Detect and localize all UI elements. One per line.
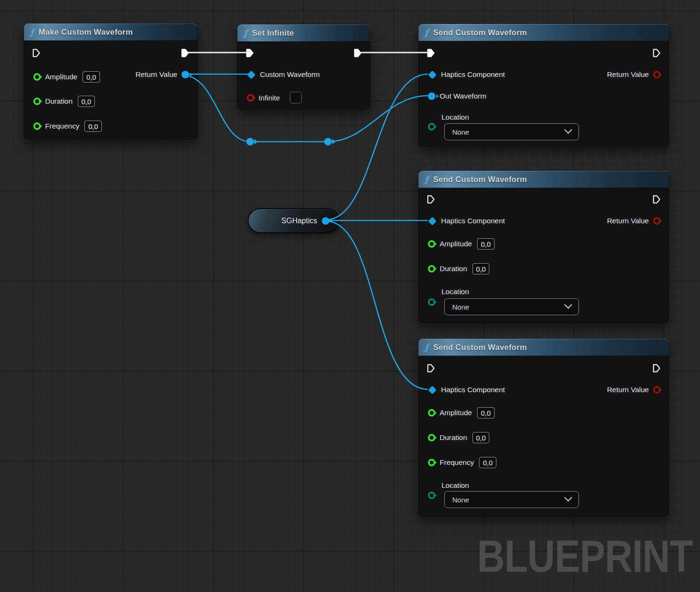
pin-label: Duration — [440, 433, 467, 442]
haptics-component-pin[interactable] — [428, 386, 436, 394]
return-value-pin[interactable] — [653, 217, 661, 225]
location-dropdown[interactable]: None — [444, 491, 579, 508]
location-pin-row — [428, 492, 435, 499]
exec-in-pin[interactable] — [246, 48, 254, 58]
amplitude-pin[interactable] — [33, 73, 41, 81]
exec-in-pin[interactable] — [427, 364, 435, 373]
pin-label: Haptics Component — [441, 386, 505, 394]
location-pin-row — [428, 123, 435, 130]
location-label: Location — [441, 113, 469, 121]
pin-label: Frequency — [440, 458, 474, 467]
node-set-infinite[interactable]: ƒ Set Infinite Custom Waveform Infinite — [237, 24, 371, 110]
input-row: Amplitude 0,0 — [428, 238, 495, 250]
node-make-custom-waveform[interactable]: ƒ Make Custom Waveform Amplitude 0,0 Dur… — [23, 23, 198, 140]
pin-label: Return Value — [607, 217, 649, 225]
exec-out-row — [354, 48, 362, 58]
input-row: Amplitude 0,0 — [33, 71, 100, 83]
function-icon: ƒ — [425, 342, 428, 352]
exec-in-pin[interactable] — [32, 48, 40, 58]
location-pin[interactable] — [428, 298, 435, 306]
node-header[interactable]: ƒ Send Custom Waveform — [418, 339, 669, 356]
chevron-down-icon — [564, 126, 572, 134]
exec-out-pin[interactable] — [181, 48, 189, 58]
exec-out-pin[interactable] — [653, 195, 661, 204]
pin-label: Amplitude — [440, 409, 472, 417]
exec-out-row — [181, 48, 189, 58]
duration-pin[interactable] — [428, 265, 435, 273]
exec-in-row — [427, 195, 435, 204]
node-title: Send Custom Waveform — [433, 343, 527, 352]
chevron-down-icon — [564, 493, 572, 501]
amplitude-pin[interactable] — [428, 409, 435, 417]
amplitude-value-field[interactable]: 0,0 — [477, 407, 495, 418]
exec-in-row — [427, 364, 435, 373]
node-header[interactable]: ƒ Send Custom Waveform — [418, 24, 669, 41]
frequency-pin[interactable] — [428, 459, 435, 466]
output-row: Return Value — [607, 386, 661, 394]
location-dropdown[interactable]: None — [444, 123, 579, 140]
exec-in-row — [427, 48, 435, 58]
pin-label: Duration — [440, 265, 467, 273]
exec-in-pin[interactable] — [427, 48, 435, 58]
node-title: Send Custom Waveform — [433, 175, 527, 184]
haptics-component-pin[interactable] — [428, 70, 436, 79]
node-header[interactable]: ƒ Make Custom Waveform — [24, 23, 198, 41]
exec-out-pin[interactable] — [653, 48, 661, 58]
node-sghaptics[interactable]: SGHaptics — [248, 208, 340, 233]
node-send-custom-waveform-1[interactable]: ƒ Send Custom Waveform Haptics Component… — [418, 23, 670, 147]
location-dropdown[interactable]: None — [444, 298, 579, 315]
exec-out-row — [653, 48, 661, 58]
node-header[interactable]: ƒ Set Infinite — [237, 24, 370, 42]
pin-label: Return Value — [607, 386, 649, 394]
frequency-value-field[interactable]: 0,0 — [479, 457, 496, 468]
pin-label: Amplitude — [45, 73, 77, 81]
duration-pin[interactable] — [33, 98, 41, 105]
reroute-node-2[interactable] — [324, 138, 335, 145]
pin-label: Duration — [45, 97, 73, 106]
return-value-pin[interactable] — [653, 71, 661, 78]
exec-out-pin[interactable] — [354, 48, 362, 58]
haptics-component-pin[interactable] — [428, 217, 436, 225]
duration-value-field[interactable]: 0,0 — [78, 96, 95, 107]
duration-pin[interactable] — [428, 434, 435, 441]
pin-label: Haptics Component — [441, 217, 505, 225]
exec-out-row — [653, 195, 661, 204]
location-pin[interactable] — [428, 492, 435, 499]
custom-waveform-pin[interactable] — [247, 70, 255, 79]
node-send-custom-waveform-3[interactable]: ƒ Send Custom Waveform Haptics Component… — [418, 338, 670, 517]
wire-sghaptics-to-send3[interactable] — [328, 221, 428, 389]
pin-label: Amplitude — [440, 240, 472, 248]
infinite-checkbox[interactable] — [290, 92, 302, 104]
return-value-pin[interactable] — [653, 386, 661, 394]
frequency-pin[interactable] — [33, 122, 41, 130]
out-waveform-pin[interactable] — [428, 92, 435, 100]
location-dropdown-value: None — [452, 303, 469, 311]
function-icon: ƒ — [425, 174, 428, 184]
function-icon: ƒ — [243, 28, 247, 38]
input-row: Custom Waveform — [247, 70, 320, 79]
node-header[interactable]: ƒ Send Custom Waveform — [418, 171, 669, 188]
node-title: Make Custom Waveform — [38, 28, 133, 37]
exec-in-pin[interactable] — [427, 195, 435, 204]
sghaptics-output-pin[interactable] — [322, 217, 329, 225]
blueprint-canvas[interactable]: BLUEPRINT ƒ Make Custom Waveform — [0, 0, 700, 592]
infinite-pin[interactable] — [247, 94, 254, 101]
duration-value-field[interactable]: 0,0 — [472, 263, 490, 274]
amplitude-pin[interactable] — [428, 240, 435, 248]
reroute-node-1[interactable] — [246, 138, 258, 145]
node-send-custom-waveform-2[interactable]: ƒ Send Custom Waveform Haptics Component… — [418, 170, 670, 323]
frequency-value-field[interactable]: 0,0 — [84, 121, 102, 132]
amplitude-value-field[interactable]: 0,0 — [83, 71, 100, 83]
input-row: Amplitude 0,0 — [428, 407, 495, 418]
chevron-down-icon — [564, 301, 572, 309]
input-row: Frequency 0,0 — [33, 121, 102, 132]
duration-value-field[interactable]: 0,0 — [472, 432, 490, 443]
amplitude-value-field[interactable]: 0,0 — [477, 238, 495, 250]
location-pin[interactable] — [428, 123, 435, 130]
output-row: Return Value — [607, 70, 661, 79]
function-icon: ƒ — [425, 27, 428, 38]
return-value-pin[interactable] — [182, 71, 189, 78]
exec-out-row — [653, 364, 661, 373]
output-row: Return Value — [607, 217, 661, 225]
exec-out-pin[interactable] — [653, 364, 661, 373]
